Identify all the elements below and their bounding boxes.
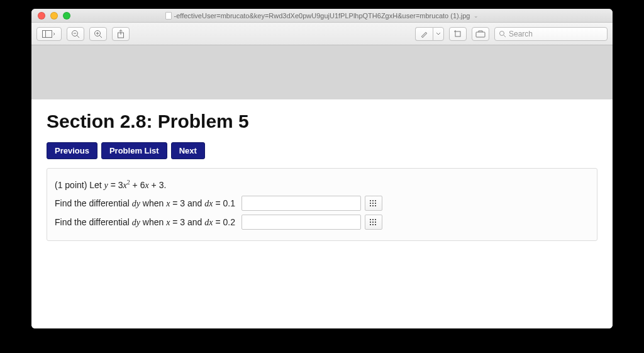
svg-rect-28 — [372, 221, 374, 223]
svg-line-14 — [504, 35, 506, 37]
highlight-button[interactable] — [415, 27, 433, 41]
keypad-button-2[interactable] — [365, 215, 382, 230]
svg-rect-15 — [370, 200, 371, 201]
problem-nav: Previous Problem List Next — [47, 142, 597, 159]
svg-rect-19 — [372, 203, 374, 204]
svg-rect-25 — [372, 219, 374, 220]
search-placeholder: Search — [509, 30, 533, 38]
titlebar: -effectiveUser=mbrucato&key=Rwd3dXe0pwU9… — [31, 9, 613, 23]
keypad-button-1[interactable] — [365, 196, 382, 211]
toolbar: Search — [31, 23, 613, 45]
search-input[interactable]: Search — [494, 27, 608, 41]
zoom-out-button[interactable] — [67, 27, 84, 41]
answer-input-2[interactable] — [242, 215, 361, 230]
svg-rect-21 — [370, 205, 371, 206]
svg-rect-27 — [370, 221, 371, 223]
svg-rect-26 — [375, 219, 376, 220]
zoom-icon[interactable] — [63, 12, 70, 20]
page-title: Section 2.8: Problem 5 — [47, 111, 597, 132]
problem-list-button[interactable]: Problem List — [101, 142, 167, 159]
close-icon[interactable] — [38, 12, 45, 20]
keypad-icon — [370, 219, 377, 225]
search-icon — [499, 30, 506, 38]
rotate-button[interactable] — [449, 27, 467, 41]
svg-point-13 — [500, 31, 504, 35]
page: Section 2.8: Problem 5 Previous Problem … — [31, 99, 613, 328]
svg-rect-32 — [375, 224, 376, 225]
svg-rect-0 — [43, 30, 52, 37]
svg-rect-22 — [372, 205, 374, 206]
points-prefix: (1 point) Let — [55, 179, 104, 189]
svg-rect-29 — [375, 221, 376, 223]
svg-rect-24 — [370, 219, 371, 220]
svg-rect-16 — [372, 200, 374, 201]
markup-segment — [415, 27, 444, 41]
problem-box: (1 point) Let y = 3x2 + 6x + 3. Find the… — [47, 168, 597, 241]
svg-rect-18 — [370, 203, 371, 204]
keypad-icon — [370, 200, 377, 206]
svg-rect-12 — [476, 32, 485, 37]
svg-rect-23 — [375, 205, 376, 206]
question-line-2: Find the differential dy when x = 3 and … — [55, 213, 589, 232]
chevron-down-icon: ⌄ — [474, 13, 479, 19]
svg-line-6 — [99, 35, 102, 38]
window-title-text: -effectiveUser=mbrucato&key=Rwd3dXe0pwU9… — [174, 12, 470, 20]
sidebar-toggle-button[interactable] — [36, 27, 62, 41]
problem-statement: (1 point) Let y = 3x2 + 6x + 3. — [55, 175, 589, 194]
answer-input-1[interactable] — [242, 196, 361, 211]
markup-toolbar-button[interactable] — [472, 27, 489, 41]
svg-rect-30 — [370, 224, 371, 225]
svg-rect-17 — [375, 200, 376, 201]
preview-window: -effectiveUser=mbrucato&key=Rwd3dXe0pwU9… — [31, 9, 613, 328]
document-icon — [165, 12, 172, 20]
share-button[interactable] — [112, 27, 130, 41]
zoom-in-button[interactable] — [89, 27, 107, 41]
svg-rect-31 — [372, 224, 374, 225]
highlight-menu-button[interactable] — [433, 27, 444, 41]
previous-button[interactable]: Previous — [47, 142, 97, 159]
content-area: Section 2.8: Problem 5 Previous Problem … — [31, 45, 613, 328]
minimize-icon[interactable] — [50, 12, 58, 20]
svg-rect-20 — [375, 203, 376, 204]
question-line-1: Find the differential dy when x = 3 and … — [55, 194, 589, 213]
svg-rect-11 — [455, 31, 460, 36]
next-button[interactable]: Next — [171, 142, 205, 159]
traffic-lights — [31, 12, 70, 20]
window-title: -effectiveUser=mbrucato&key=Rwd3dXe0pwU9… — [31, 12, 613, 20]
svg-line-3 — [77, 35, 79, 38]
